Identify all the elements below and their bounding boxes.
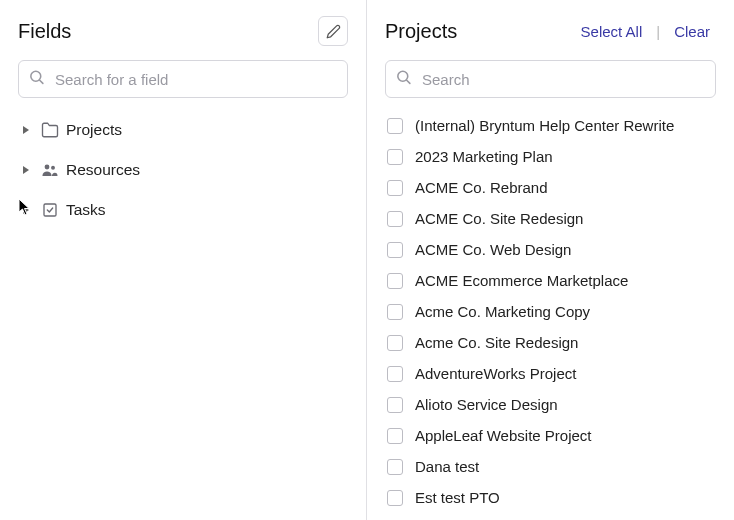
list-item-label: ACME Ecommerce Marketplace <box>415 272 628 289</box>
fields-tree: Projects Resources Tasks <box>10 106 356 520</box>
folder-icon <box>40 120 60 140</box>
checkbox[interactable] <box>387 118 403 134</box>
list-item[interactable]: AdventureWorks Project <box>377 358 724 389</box>
tree-item-label: Resources <box>66 161 140 179</box>
list-item[interactable]: 2023 Marketing Plan <box>377 141 724 172</box>
list-item-label: AppleLeaf Website Project <box>415 427 592 444</box>
tree-item-label: Projects <box>66 121 122 139</box>
divider: | <box>652 23 664 40</box>
checkbox[interactable] <box>387 428 403 444</box>
projects-list[interactable]: (Internal) Bryntum Help Center Rewrite20… <box>377 106 724 520</box>
chevron-right-icon <box>18 162 34 178</box>
svg-point-3 <box>51 166 55 170</box>
list-item[interactable]: Alioto Service Design <box>377 389 724 420</box>
tree-item-projects[interactable]: Projects <box>10 110 356 150</box>
list-item-label: (Internal) Bryntum Help Center Rewrite <box>415 117 674 134</box>
list-item[interactable]: ACME Ecommerce Marketplace <box>377 265 724 296</box>
checkbox[interactable] <box>387 459 403 475</box>
list-item[interactable]: ACME Co. Site Redesign <box>377 203 724 234</box>
list-item[interactable]: ACME Co. Rebrand <box>377 172 724 203</box>
tree-item-resources[interactable]: Resources <box>10 150 356 190</box>
list-item-label: ACME Co. Rebrand <box>415 179 548 196</box>
checkbox[interactable] <box>387 366 403 382</box>
list-item[interactable]: Acme Co. Site Redesign <box>377 327 724 358</box>
tree-item-label: Tasks <box>66 201 106 219</box>
checkbox[interactable] <box>387 242 403 258</box>
checkbox[interactable] <box>387 180 403 196</box>
list-item[interactable]: Acme Co. Marketing Copy <box>377 296 724 327</box>
list-item-label: Acme Co. Site Redesign <box>415 334 578 351</box>
checkbox[interactable] <box>387 335 403 351</box>
tree-item-tasks[interactable]: Tasks <box>10 190 356 230</box>
list-item[interactable]: Dana test <box>377 451 724 482</box>
list-item-label: Alioto Service Design <box>415 396 558 413</box>
list-item[interactable]: Est test PTO <box>377 482 724 513</box>
list-item[interactable]: (Internal) Bryntum Help Center Rewrite <box>377 110 724 141</box>
projects-search-input[interactable] <box>385 60 716 98</box>
chevron-right-icon <box>18 202 34 218</box>
checkbox[interactable] <box>387 490 403 506</box>
projects-actions: Select All | Clear <box>575 21 716 42</box>
list-item-label: ACME Co. Site Redesign <box>415 210 583 227</box>
checkbox[interactable] <box>387 149 403 165</box>
checkbox[interactable] <box>387 211 403 227</box>
fields-panel: Fields Projects Resources <box>0 0 367 520</box>
people-icon <box>40 160 60 180</box>
clear-button[interactable]: Clear <box>668 21 716 42</box>
list-item-label: Acme Co. Marketing Copy <box>415 303 590 320</box>
list-item-label: Dana test <box>415 458 479 475</box>
chevron-right-icon <box>18 122 34 138</box>
fields-search-wrap <box>18 60 348 98</box>
checkbox[interactable] <box>387 397 403 413</box>
projects-search-wrap <box>385 60 716 98</box>
fields-header: Fields <box>10 14 356 48</box>
list-item-label: 2023 Marketing Plan <box>415 148 553 165</box>
edit-button[interactable] <box>318 16 348 46</box>
check-square-icon <box>40 200 60 220</box>
list-item-label: Est test PTO <box>415 489 500 506</box>
fields-title: Fields <box>18 20 71 43</box>
list-item[interactable]: AppleLeaf Website Project <box>377 420 724 451</box>
checkbox[interactable] <box>387 304 403 320</box>
svg-point-2 <box>45 165 50 170</box>
list-item-label: ACME Co. Web Design <box>415 241 571 258</box>
svg-rect-4 <box>44 204 56 216</box>
list-item[interactable]: ACME Co. Web Design <box>377 234 724 265</box>
select-all-button[interactable]: Select All <box>575 21 649 42</box>
list-item-label: AdventureWorks Project <box>415 365 576 382</box>
projects-panel: Projects Select All | Clear (Internal) B… <box>367 0 734 520</box>
checkbox[interactable] <box>387 273 403 289</box>
fields-search-input[interactable] <box>18 60 348 98</box>
projects-header: Projects Select All | Clear <box>377 14 724 48</box>
projects-title: Projects <box>385 20 457 43</box>
pencil-icon <box>326 24 341 39</box>
